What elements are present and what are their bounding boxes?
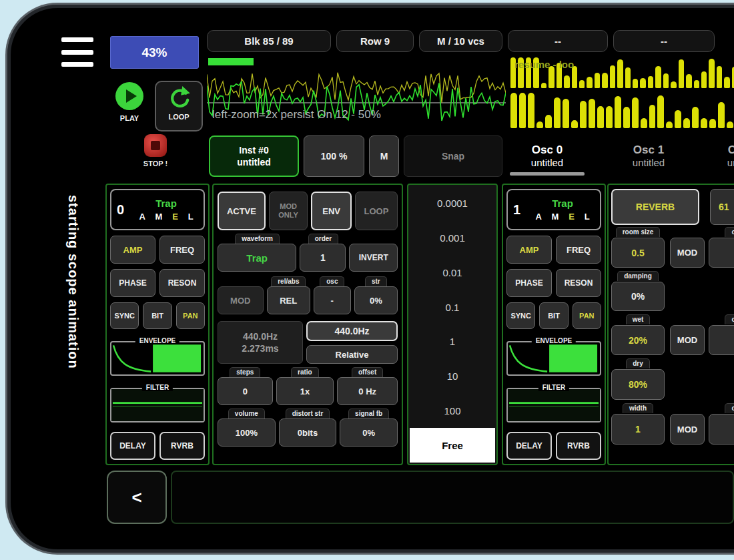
back-button[interactable]: < xyxy=(107,471,167,524)
speed-option-free[interactable]: Free xyxy=(410,428,495,463)
env-loop-button[interactable]: LOOP xyxy=(355,192,398,230)
osc0-header[interactable]: 0 Trap A M E L xyxy=(110,189,205,230)
reverb-title-button[interactable]: REVERB xyxy=(611,189,699,225)
row-counter-button[interactable]: Row 9 xyxy=(336,30,414,52)
filter-label: FILTER xyxy=(142,384,173,391)
bit-button[interactable]: BIT xyxy=(539,302,568,329)
speed-option[interactable]: 100 xyxy=(410,393,495,428)
mod-only-button[interactable]: MOD ONLY xyxy=(269,192,308,230)
freq-button[interactable]: FREQ xyxy=(159,236,205,264)
voices-button[interactable]: M / 10 vcs xyxy=(419,30,502,52)
filter-display[interactable]: FILTER xyxy=(506,388,601,423)
tab-osc-2[interactable]: Osc 2 untitled xyxy=(703,133,734,178)
top-slot5-button[interactable]: -- xyxy=(613,30,715,52)
loop-icon xyxy=(166,85,192,110)
active-button[interactable]: ACTVE xyxy=(218,192,266,230)
phase-button[interactable]: PHASE xyxy=(110,269,155,297)
damping-button[interactable]: 0% xyxy=(611,282,665,311)
osc-wave-name: Trap xyxy=(134,198,198,209)
steps-label: steps xyxy=(230,367,260,377)
order-button[interactable]: 1 xyxy=(300,244,346,272)
invert-button[interactable]: INVERT xyxy=(349,244,398,272)
room-size-osc-button[interactable]: - xyxy=(709,238,734,268)
order-label: order xyxy=(308,234,339,244)
envelope-display[interactable]: ENVELOPE xyxy=(110,341,205,376)
speed-option[interactable]: 0.01 xyxy=(410,255,495,290)
top-slot4-button[interactable]: -- xyxy=(508,30,608,52)
tab-osc-1[interactable]: Osc 1 untitled xyxy=(601,133,697,178)
inst-volume-button[interactable]: 100 % xyxy=(304,135,364,177)
pan-button[interactable]: PAN xyxy=(176,302,205,329)
stop-button[interactable]: STOP ! xyxy=(109,134,202,177)
speed-option[interactable]: 0.1 xyxy=(410,290,495,324)
room-size-button[interactable]: 0.5 xyxy=(611,238,665,268)
reson-button[interactable]: RESON xyxy=(556,269,601,297)
speed-option[interactable]: 10 xyxy=(410,359,495,394)
steps-button[interactable]: 0 xyxy=(218,377,273,405)
width-mod-button[interactable]: MOD xyxy=(670,414,705,445)
reverb-toggle-button[interactable]: RVRB xyxy=(556,432,601,460)
mod-osc-button[interactable]: - xyxy=(314,286,351,314)
speed-option[interactable]: 1 xyxy=(410,324,495,359)
mode-letter: A xyxy=(139,212,145,222)
filter-display[interactable]: FILTER xyxy=(110,388,205,423)
env-button[interactable]: ENV xyxy=(311,192,352,230)
tab-osc-0[interactable]: Osc 0 untitled xyxy=(506,133,589,178)
speed-selector: 0.0001 0.001 0.01 0.1 1 10 100 Free xyxy=(407,184,498,465)
mod-button[interactable]: MOD xyxy=(218,286,264,314)
amp-button[interactable]: AMP xyxy=(110,236,155,264)
reverb-toggle-button[interactable]: RVRB xyxy=(159,432,205,460)
freq-button[interactable]: FREQ xyxy=(556,236,601,264)
ratio-label: ratio xyxy=(291,367,319,377)
speed-option[interactable]: 0.0001 xyxy=(410,186,495,221)
freq-value-button[interactable]: 440.0Hz xyxy=(306,321,398,341)
volume-button[interactable]: 100% xyxy=(218,418,276,447)
loop-button[interactable]: LOOP xyxy=(155,81,203,131)
menu-bar xyxy=(61,62,93,67)
delay-button[interactable]: DELAY xyxy=(506,432,552,460)
str-label: str xyxy=(365,276,387,286)
room-size-mod-button[interactable]: MOD xyxy=(670,238,705,268)
scope-display[interactable]: left-zoom=2x persist On 12 - 50% xyxy=(207,56,506,131)
width-osc-button[interactable]: - xyxy=(709,414,734,445)
ratio-button[interactable]: 1x xyxy=(276,377,334,405)
osc1-panel: 1 Trap A M E L AMP FREQ PHASE RESON xyxy=(502,184,606,465)
speed-option[interactable]: 0.001 xyxy=(410,221,495,256)
sync-button[interactable]: SYNC xyxy=(110,302,139,329)
mono-button[interactable]: M xyxy=(369,135,399,177)
phase-button[interactable]: PHASE xyxy=(506,269,552,297)
mod-str-button[interactable]: 0% xyxy=(354,286,398,314)
signalfb-button[interactable]: 0% xyxy=(340,418,398,447)
offset-button[interactable]: 0 Hz xyxy=(337,377,398,405)
relative-button[interactable]: Relative xyxy=(306,345,398,364)
frequency-readout[interactable]: 440.0Hz 2.273ms xyxy=(218,321,303,364)
osc1-header[interactable]: 1 Trap A M E L xyxy=(506,189,601,230)
bottom-strip[interactable] xyxy=(171,471,734,524)
instrument-button[interactable]: Inst #0 untitled xyxy=(209,135,299,177)
steps-ratio-offset-labels: steps ratio offset xyxy=(218,368,398,377)
progress-percent-button[interactable]: 43% xyxy=(110,36,199,69)
dry-button[interactable]: 80% xyxy=(611,369,665,400)
sync-button[interactable]: SYNC xyxy=(506,302,535,329)
pan-button[interactable]: PAN xyxy=(573,302,601,329)
block-counter-button[interactable]: Blk 85 / 89 xyxy=(207,30,331,52)
snap-button[interactable]: Snap xyxy=(404,135,502,177)
bit-button[interactable]: BIT xyxy=(143,302,171,329)
wet-button[interactable]: 20% xyxy=(611,325,665,355)
menu-button[interactable] xyxy=(61,37,93,67)
envelope-display[interactable]: ENVELOPE xyxy=(506,341,601,376)
relabs-button[interactable]: REL xyxy=(267,286,310,314)
width-button[interactable]: 1 xyxy=(611,414,665,445)
delay-button[interactable]: DELAY xyxy=(110,432,155,460)
reson-button[interactable]: RESON xyxy=(159,269,205,297)
wet-mod-button[interactable]: MOD xyxy=(670,325,705,355)
distort-label: distort str xyxy=(286,408,330,418)
distort-button[interactable]: 0bits xyxy=(279,418,337,447)
reverb-partial-value-button[interactable]: 61 xyxy=(710,189,734,225)
amp-button[interactable]: AMP xyxy=(506,236,552,264)
wet-osc-button[interactable]: - xyxy=(709,325,734,355)
play-button[interactable]: PLAY xyxy=(108,81,151,131)
env-waveform-button[interactable]: Trap xyxy=(218,244,296,272)
mod-row-labels: rel/abs osc str xyxy=(218,277,398,286)
sample-overview[interactable]: resume - loo xyxy=(509,57,734,128)
